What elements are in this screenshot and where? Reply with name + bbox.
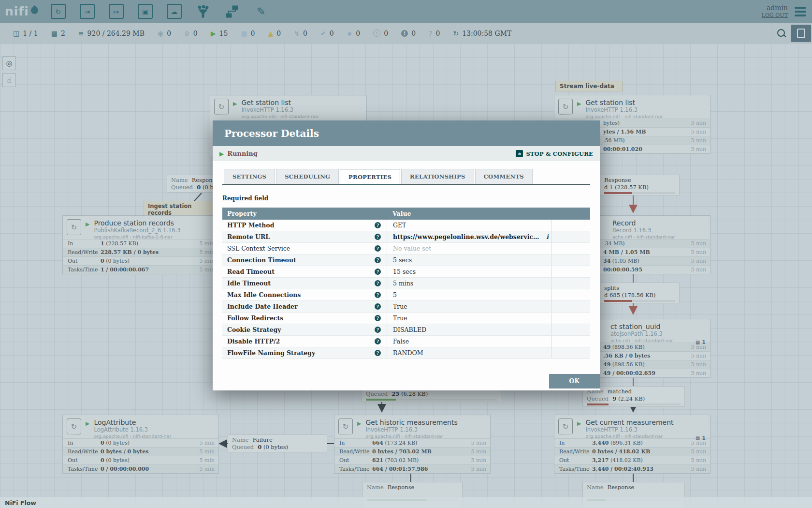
processor-log-attribute[interactable]: ↻ ▶ LogAttribute LogAttribute 1.16.3 org… <box>62 415 219 474</box>
up-to-date-icon: ✔ <box>320 30 326 37</box>
help-icon[interactable]: ? <box>375 257 381 263</box>
active-threads-icon: ▦ <box>51 30 58 37</box>
last-refreshed: ↻13:00:58 GMT <box>453 30 511 37</box>
processor-bundle: org.apache.nifi - nifi-standard-nar <box>365 433 457 439</box>
processor-name: Produce station records <box>94 219 180 227</box>
cluster-icon: ◫ <box>13 30 19 37</box>
connection-response-right[interactable]: Response d 1 (228.57 KB) <box>600 175 680 195</box>
app-toolbar: nifi ↻ ⇥ ↦ ▣ ☁ ✎ admin LOG OUT <box>0 0 812 23</box>
processor-get-current-measurement[interactable]: ↻ ▶ Get current measurement InvokeHTTP 1… <box>554 415 710 474</box>
processor-name: LogAttribute <box>94 418 171 427</box>
status-disabled: ↯0 <box>294 30 307 37</box>
processor-icon: ↻ <box>558 99 573 115</box>
status-queued: ≡920 / 264.29 MB <box>78 30 145 37</box>
tab-relationships[interactable]: RELATIONSHIPS <box>401 169 474 184</box>
processor-icon: ↻ <box>338 418 353 434</box>
search-button[interactable] <box>771 27 791 40</box>
status-locally-modified: ∗0 <box>347 30 361 37</box>
hand-icon: ☝ <box>7 76 11 85</box>
help-icon[interactable]: ? <box>375 338 381 344</box>
breadcrumb[interactable]: NiFi Flow <box>5 499 36 507</box>
property-row: Connection Timeout? 5 secs <box>222 254 590 266</box>
running-status-icon: ▶ <box>357 420 361 427</box>
property-column-header: Property <box>222 208 387 220</box>
processor-bundle: org.apache.nifi - nifi-standard-nar <box>585 433 673 439</box>
operate-palette-button[interactable]: ☝ <box>2 73 16 87</box>
invalid-icon: ▲ <box>268 30 274 37</box>
tab-scheduling[interactable]: SCHEDULING <box>276 169 339 184</box>
navigate-palette-button[interactable]: ◎ <box>2 56 16 70</box>
processor-icon: ↻ <box>67 418 81 434</box>
tab-properties[interactable]: PROPERTIES <box>340 169 400 185</box>
template-icon[interactable] <box>225 5 240 18</box>
stop-and-configure-button[interactable]: ∗ STOP & CONFIGURE <box>516 150 593 157</box>
help-icon[interactable]: ? <box>375 234 381 240</box>
help-icon[interactable]: ? <box>375 350 381 356</box>
processor-get-historic-measurements[interactable]: ↻ ▶ Get historic measurements InvokeHTTP… <box>334 415 491 474</box>
status-transmitting: ◉0 <box>158 30 171 37</box>
flow-status-bar: ◫1 / 1 ▦2 ≡920 / 264.29 MB ◉0 ⊘0 ▶15 ■0 … <box>0 23 812 44</box>
processor-produce-station-records[interactable]: ↻ ▶ Produce station records PublishKafka… <box>62 215 219 274</box>
processor-type: Record 1.16.3 <box>612 227 675 234</box>
panel-icon <box>797 29 805 38</box>
ok-button[interactable]: OK <box>549 374 600 388</box>
processor-type: InvokeHTTP 1.16.3 <box>585 107 663 114</box>
output-port-icon[interactable]: ↦ <box>109 4 124 19</box>
label-icon[interactable]: ✎ <box>254 5 269 18</box>
modal-status-row: ▶ Running ∗ STOP & CONFIGURE <box>213 146 600 161</box>
remote-process-group-icon[interactable]: ☁ <box>167 4 182 19</box>
processor-type: PublishKafkaRecord_2_6 1.16.3 <box>94 227 180 234</box>
status-stale: ↑0 <box>373 30 388 37</box>
input-port-icon[interactable]: ⇥ <box>80 4 95 19</box>
not-transmitting-icon: ⊘ <box>184 30 190 37</box>
connection-splits[interactable]: splits d 685 (178.56 KB) <box>600 283 680 303</box>
help-icon[interactable]: ? <box>375 269 381 275</box>
info-icon[interactable]: i <box>546 233 549 240</box>
processor-name: Get station list <box>241 99 319 107</box>
gear-icon: ∗ <box>516 150 523 157</box>
refresh-icon[interactable]: ↻ <box>453 30 459 37</box>
processor-type: InvokeHTTP 1.16.3 <box>241 107 319 114</box>
processor-type: LogAttribute 1.16.3 <box>94 427 171 433</box>
backpressure-bar <box>604 300 675 302</box>
tab-settings[interactable]: SETTINGS <box>224 169 275 184</box>
help-icon[interactable]: ? <box>375 280 381 286</box>
modal-tabs: SETTINGS SCHEDULING PROPERTIES RELATIONS… <box>222 169 590 185</box>
help-icon[interactable]: ? <box>375 245 381 252</box>
logout-link[interactable]: LOG OUT <box>762 12 788 19</box>
required-field-note: Required field <box>222 195 590 202</box>
processor-icon[interactable]: ↻ <box>51 4 66 19</box>
panel-toggle-button[interactable] <box>791 25 811 42</box>
status-invalid: ▲0 <box>268 30 281 37</box>
stopped-icon: ■ <box>241 30 247 37</box>
connection-failure[interactable]: NameFailure Queued0 (0 bytes) <box>228 434 327 452</box>
running-status-icon: ▶ <box>577 420 581 427</box>
help-icon[interactable]: ? <box>375 303 381 310</box>
canvas-label-stream-live-data[interactable]: Stream live-data <box>555 81 623 91</box>
processor-bundle: org.apache.nifi - nifi-kafka-2-6-nar <box>94 234 180 239</box>
processor-icon: ↻ <box>558 418 573 434</box>
nifi-logo-text: nifi <box>5 4 29 18</box>
tab-comments[interactable]: COMMENTS <box>475 169 533 184</box>
global-menu-icon[interactable] <box>795 5 806 18</box>
process-group-icon[interactable]: ▣ <box>138 4 153 19</box>
running-status-icon: ▶ <box>86 221 89 227</box>
help-icon[interactable]: ? <box>375 315 381 321</box>
processor-bundle: org.apache.nifi - nifi-standard-nar <box>585 114 663 119</box>
properties-table-header: Property Value <box>222 208 590 220</box>
nifi-logo: nifi <box>5 4 38 18</box>
help-icon[interactable]: ? <box>375 222 381 228</box>
run-status-label: Running <box>227 150 258 157</box>
help-icon[interactable]: ? <box>375 292 381 298</box>
property-row: Remote URL? https://www.pegelonline.wsv.… <box>222 231 590 243</box>
help-icon[interactable]: ? <box>375 327 381 333</box>
funnel-icon[interactable] <box>196 5 211 18</box>
status-locally-modified-stale: !0 <box>401 30 416 37</box>
connection-queued25[interactable]: Queued25 (6.28 KB) <box>362 388 501 402</box>
cluster-grid-icon: ▦ <box>696 435 700 441</box>
property-row: Disable HTTP/2? False <box>222 336 590 347</box>
stale-icon: ↑ <box>373 30 380 37</box>
running-status-icon: ▶ <box>219 150 224 157</box>
transmitting-icon: ◉ <box>158 30 163 37</box>
processor-icon: ↻ <box>67 219 81 235</box>
